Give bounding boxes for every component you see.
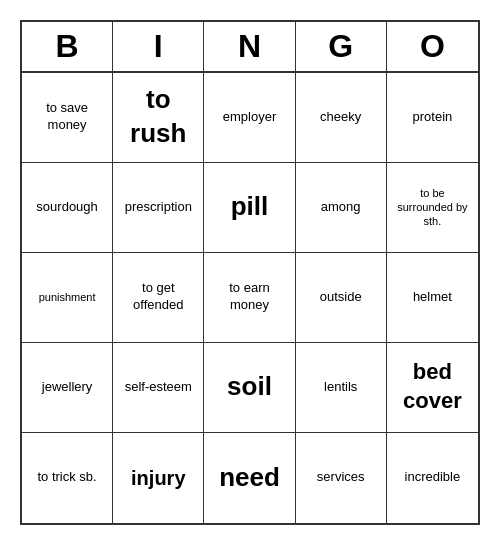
header-letter: I bbox=[113, 22, 204, 71]
bingo-cell: bed cover bbox=[387, 343, 478, 433]
bingo-card: BINGO to save moneyto rushemployercheeky… bbox=[20, 20, 480, 525]
bingo-cell: punishment bbox=[22, 253, 113, 343]
bingo-grid: to save moneyto rushemployercheekyprotei… bbox=[22, 73, 478, 523]
header-letter: B bbox=[22, 22, 113, 71]
bingo-cell: prescription bbox=[113, 163, 204, 253]
bingo-cell: jewellery bbox=[22, 343, 113, 433]
bingo-cell: need bbox=[204, 433, 295, 523]
bingo-cell: pill bbox=[204, 163, 295, 253]
bingo-header: BINGO bbox=[22, 22, 478, 73]
header-letter: N bbox=[204, 22, 295, 71]
header-letter: O bbox=[387, 22, 478, 71]
bingo-cell: to rush bbox=[113, 73, 204, 163]
bingo-cell: cheeky bbox=[296, 73, 387, 163]
bingo-cell: self-esteem bbox=[113, 343, 204, 433]
bingo-cell: to trick sb. bbox=[22, 433, 113, 523]
bingo-cell: services bbox=[296, 433, 387, 523]
bingo-cell: soil bbox=[204, 343, 295, 433]
header-letter: G bbox=[296, 22, 387, 71]
bingo-cell: employer bbox=[204, 73, 295, 163]
bingo-cell: lentils bbox=[296, 343, 387, 433]
bingo-cell: protein bbox=[387, 73, 478, 163]
bingo-cell: to earn money bbox=[204, 253, 295, 343]
bingo-cell: sourdough bbox=[22, 163, 113, 253]
bingo-cell: to get offended bbox=[113, 253, 204, 343]
bingo-cell: incredible bbox=[387, 433, 478, 523]
bingo-cell: outside bbox=[296, 253, 387, 343]
bingo-cell: injury bbox=[113, 433, 204, 523]
bingo-cell: to save money bbox=[22, 73, 113, 163]
bingo-cell: among bbox=[296, 163, 387, 253]
bingo-cell: to be surrounded by sth. bbox=[387, 163, 478, 253]
bingo-cell: helmet bbox=[387, 253, 478, 343]
